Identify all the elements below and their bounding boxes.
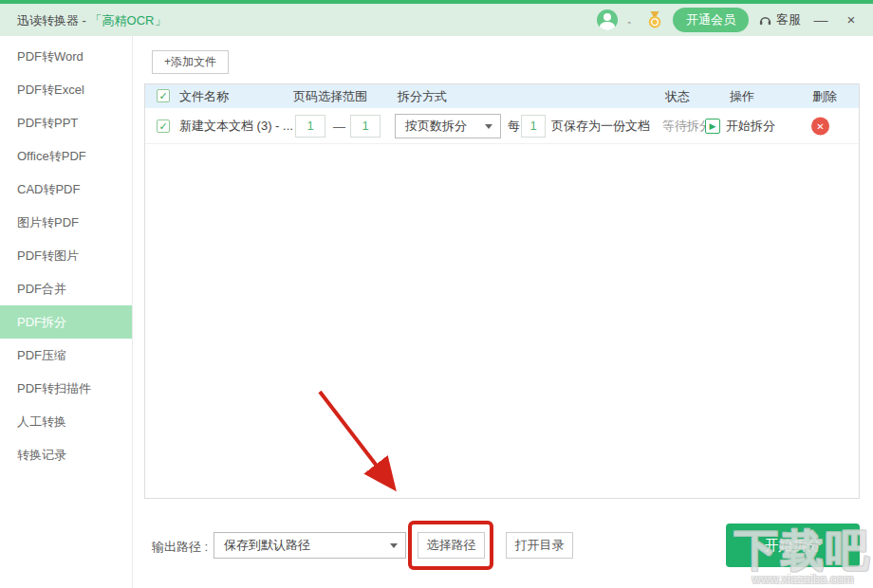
select-all-checkbox[interactable]: ✓: [157, 89, 170, 102]
minimize-button[interactable]: —: [810, 4, 831, 36]
header-action: 操作: [730, 84, 754, 108]
sidebar-item-cad-to-pdf[interactable]: CAD转PDF: [0, 173, 132, 206]
per-suffix-label: 页保存为一份文档: [551, 118, 650, 135]
page-from-input[interactable]: [295, 115, 325, 138]
app-title-highlight: 「高精OCR」: [90, 13, 167, 28]
row-checkbox[interactable]: ✓: [157, 119, 170, 133]
app-title-text: 迅读转换器 -: [17, 13, 90, 28]
sidebar-item-convert-history[interactable]: 转换记录: [0, 438, 132, 471]
sidebar-item-pdf-to-image[interactable]: PDF转图片: [0, 239, 132, 272]
open-vip-button[interactable]: 开通会员: [673, 8, 749, 32]
output-path-select[interactable]: 保存到默认路径: [214, 532, 406, 559]
headset-icon: [758, 13, 772, 28]
header-file-name: 文件名称: [179, 84, 229, 108]
page-to-input[interactable]: [350, 115, 381, 138]
header-status: 状态: [665, 84, 690, 108]
header-delete: 删除: [812, 84, 837, 108]
avatar-body-shape: [600, 22, 615, 30]
split-method-select[interactable]: 按页数拆分: [395, 114, 501, 138]
titlebar: 迅读转换器 - 「高精OCR」 。 开通会员: [0, 4, 873, 36]
table-header-row: ✓ 文件名称 页码选择范围 拆分方式 状态 操作 删除: [145, 84, 859, 108]
header-page-range: 页码选择范围: [293, 84, 367, 108]
chevron-down-icon: [485, 124, 492, 129]
open-directory-button[interactable]: 打开目录: [506, 532, 573, 559]
sidebar-item-pdf-to-excel[interactable]: PDF转Excel: [0, 73, 132, 106]
chevron-down-icon: [390, 543, 398, 548]
sidebar-item-office-to-pdf[interactable]: Office转PDF: [0, 139, 132, 173]
app-title: 迅读转换器 - 「高精OCR」: [17, 12, 166, 29]
output-path-value: 保存到默认路径: [224, 537, 310, 554]
split-method-value: 按页数拆分: [405, 118, 467, 135]
customer-service-label: 客服: [776, 11, 801, 28]
watermark-small-text: www.xiazaiba.com: [734, 572, 871, 586]
username-text: 。: [627, 13, 637, 27]
sidebar-item-pdf-compress[interactable]: PDF压缩: [0, 339, 132, 372]
vip-medal-icon[interactable]: [646, 11, 663, 28]
sidebar-item-manual-convert[interactable]: 人工转换: [0, 405, 132, 438]
add-file-button[interactable]: +添加文件: [152, 50, 229, 74]
sidebar-item-pdf-split[interactable]: PDF拆分: [0, 305, 132, 339]
file-table: ✓ 文件名称 页码选择范围 拆分方式 状态 操作 删除 ✓ 新建文本文档 (3)…: [144, 83, 860, 499]
avatar-head-shape: [604, 13, 611, 21]
pages-per-doc-input[interactable]: [521, 115, 546, 138]
output-path-label: 输出路径 :: [152, 539, 208, 556]
titlebar-right-controls: 。 开通会员 客服 — ×: [597, 4, 862, 36]
per-prefix-label: 每: [508, 118, 520, 135]
play-icon: ▶: [705, 119, 720, 134]
close-button[interactable]: ×: [841, 4, 862, 36]
page-range-separator: —: [333, 119, 345, 133]
customer-service-button[interactable]: 客服: [758, 11, 801, 28]
sidebar-item-pdf-to-ppt[interactable]: PDF转PPT: [0, 106, 132, 139]
app-window: 迅读转换器 - 「高精OCR」 。 开通会员: [0, 0, 873, 588]
start-split-button[interactable]: 开始拆分: [726, 524, 860, 567]
sidebar: PDF转Word PDF转Excel PDF转PPT Office转PDF CA…: [0, 36, 133, 588]
header-split-method: 拆分方式: [398, 84, 447, 108]
sidebar-item-pdf-merge[interactable]: PDF合并: [0, 272, 132, 305]
user-avatar-icon[interactable]: [597, 9, 618, 30]
sidebar-item-pdf-to-scan[interactable]: PDF转扫描件: [0, 372, 132, 405]
row-start-split-label: 开始拆分: [726, 118, 775, 135]
sidebar-list: PDF转Word PDF转Excel PDF转PPT Office转PDF CA…: [0, 40, 132, 471]
row-delete-button[interactable]: ✕: [811, 117, 829, 135]
sidebar-item-image-to-pdf[interactable]: 图片转PDF: [0, 206, 132, 239]
table-row: ✓ 新建文本文档 (3) - ... — 按页数拆分 每 页保存为一份文档 等待…: [145, 108, 859, 144]
sidebar-item-pdf-to-word[interactable]: PDF转Word: [0, 40, 132, 73]
row-file-name: 新建文本文档 (3) - ...: [179, 118, 293, 135]
row-start-split-action[interactable]: ▶ 开始拆分: [705, 118, 775, 135]
choose-path-button[interactable]: 选择路径: [418, 532, 485, 559]
